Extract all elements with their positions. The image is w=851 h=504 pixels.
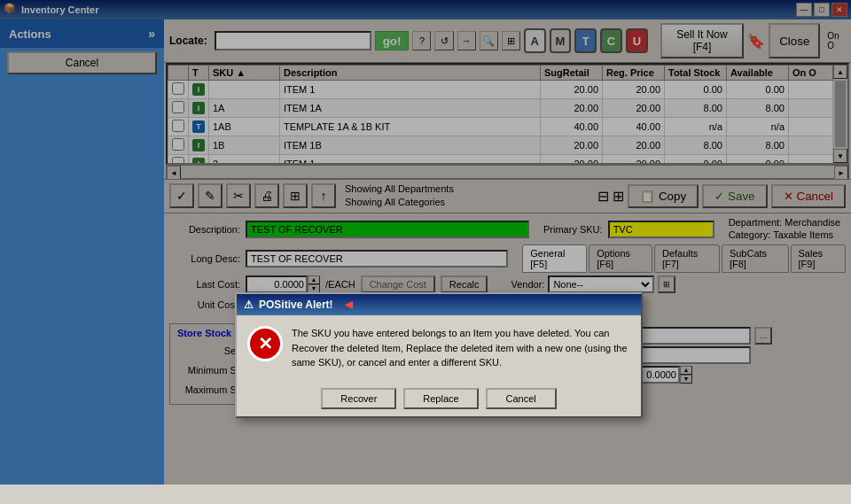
alert-buttons: Recover Replace Cancel [237,381,641,416]
alert-body: ✕ The SKU you have entered belongs to an… [237,315,641,381]
alert-title-bar: ⚠ POSitive Alert! ◄ [237,294,641,315]
alert-title: POSitive Alert! [259,299,333,311]
alert-dialog: ⚠ POSitive Alert! ◄ ✕ The SKU you have e… [235,292,643,418]
recover-button[interactable]: Recover [321,388,396,409]
alert-error-icon: ✕ [247,326,283,361]
alert-message: The SKU you have entered belongs to an I… [292,326,630,370]
alert-cancel-button[interactable]: Cancel [486,388,557,409]
alert-warning-icon: ⚠ [244,299,254,311]
replace-button[interactable]: Replace [403,388,478,409]
alert-arrow: ◄ [342,297,356,313]
